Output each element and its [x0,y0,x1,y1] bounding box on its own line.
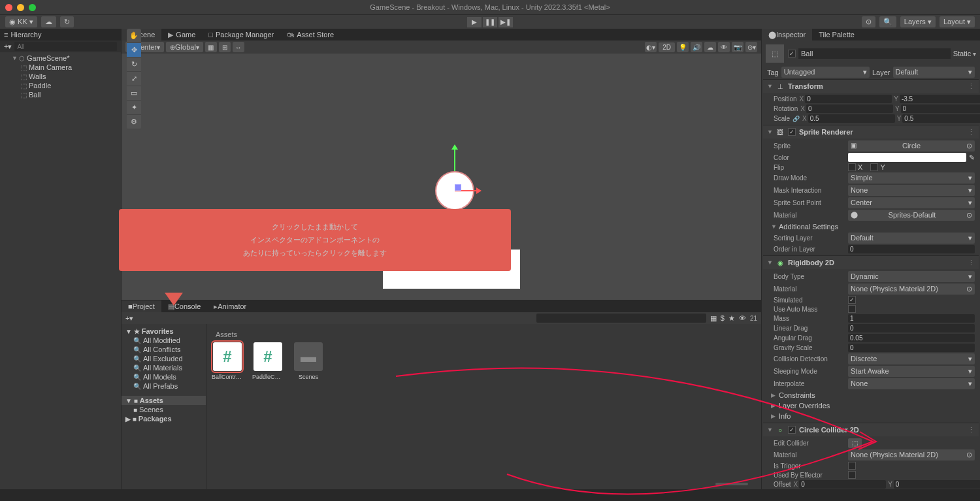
assets-folder[interactable]: ▼ ■ Assets [122,396,206,405]
edit-collider-button[interactable]: ⬚ [848,438,862,448]
history-button[interactable]: ↻ [60,16,74,27]
hierarchy-item[interactable]: ⬚Paddle [0,81,121,90]
move-tool-icon[interactable]: ✥ [127,43,141,57]
component-menu-icon[interactable]: ⋮ [968,82,975,91]
audio-icon[interactable]: 🔊 [691,42,702,52]
order-input[interactable] [848,245,975,253]
pause-button[interactable]: ❚❚ [483,17,497,27]
transform-tool-icon[interactable]: ✦ [127,101,141,115]
custom-tool-icon[interactable]: ⚙ [127,115,141,129]
project-grid[interactable]: Assets # BallControl... # PaddleCon... ▬ [206,324,761,489]
gravity-input[interactable] [848,344,975,352]
auto-mass-checkbox[interactable] [848,305,856,313]
rect-tool-icon[interactable]: ▭ [127,86,141,101]
search-button[interactable]: 🔍 [879,16,896,27]
snap-icon[interactable]: ⊞ [219,42,231,52]
asset-folder[interactable]: ▬ Scenes [293,342,324,380]
gameobject-name-input[interactable] [798,48,951,59]
rotate-tool-icon[interactable]: ↻ [127,57,141,72]
hierarchy-item[interactable]: ⬚Walls [0,72,121,81]
favorite-item[interactable]: 🔍 All Materials [122,363,206,372]
maximize-window-icon[interactable] [29,4,36,11]
snap-settings-icon[interactable]: ↔ [233,42,244,52]
info-foldout[interactable]: ▶Info [767,411,975,421]
shade-icon[interactable]: ◐▾ [645,42,657,52]
effector-checkbox[interactable] [848,471,856,479]
global-button[interactable]: ⊕Global▾ [166,42,203,52]
hierarchy-item[interactable]: ⬚Main Camera [0,63,121,72]
y-axis-gizmo[interactable] [454,145,455,171]
account-button[interactable]: ◉ KK ▾ [5,16,37,27]
filter-icon[interactable]: ▦ [710,314,717,323]
eyedropper-icon[interactable]: ✎ [969,154,975,162]
sorting-layer-dropdown[interactable]: Default▾ [848,233,975,244]
project-search-input[interactable] [536,314,706,323]
position-y-input[interactable] [900,95,980,103]
hidden-icon[interactable]: 👁 [718,42,730,52]
asset-script[interactable]: # PaddleCon... [252,342,284,380]
position-x-input[interactable] [805,95,892,103]
asset-script[interactable]: # BallControl... [212,342,243,380]
angular-drag-input[interactable] [848,334,975,342]
layout-dropdown[interactable]: Layout ▾ [939,16,975,27]
interpolate-dropdown[interactable]: None▾ [848,378,975,389]
xy-plane-gizmo[interactable] [455,184,461,191]
link-icon[interactable]: 🔗 [792,116,800,122]
sort-point-dropdown[interactable]: Center▾ [848,197,975,208]
scale-x-input[interactable] [808,114,895,123]
animator-tab[interactable]: ▸ Animator [207,300,253,312]
packages-folder[interactable]: ▶ ■ Packages [122,414,206,423]
game-tab[interactable]: ▶ Game [161,29,202,40]
add-asset-icon[interactable]: +▾ [125,314,133,323]
collider-material-field[interactable]: None (Physics Material 2D)⊙ [848,449,975,461]
favorite-item[interactable]: 🔍 All Prefabs [122,381,206,391]
camera-icon[interactable]: 📷 [732,42,743,52]
cloud-button[interactable]: ☁ [41,16,56,27]
body-type-dropdown[interactable]: Dynamic▾ [848,271,975,282]
component-menu-icon[interactable]: ⋮ [968,259,975,267]
physics-material-field[interactable]: None (Physics Material 2D)⊙ [848,283,975,295]
favorite-icon[interactable]: ★ [728,314,735,323]
mode-2d-button[interactable]: 2D [659,42,675,52]
layer-dropdown[interactable]: Default▾ [893,67,975,78]
layers-dropdown[interactable]: Layers ▾ [900,16,936,27]
grid-size-slider[interactable] [715,483,748,485]
scale-tool-icon[interactable]: ⤢ [127,72,141,86]
light-icon[interactable]: 💡 [677,42,689,52]
play-button[interactable]: ▶ [467,17,482,27]
undo-history-button[interactable]: ⊙ [862,16,875,27]
sprite-field[interactable]: ▣Circle⊙ [848,140,975,152]
hierarchy-search-input[interactable] [14,42,117,51]
favorite-item[interactable]: 🔍 All Conflicts [122,345,206,354]
component-menu-icon[interactable]: ⋮ [968,426,975,434]
favorite-item[interactable]: 🔍 All Modified [122,336,206,345]
scene-row[interactable]: ▼⬡GameScene* [0,54,121,63]
close-window-icon[interactable] [5,4,12,11]
favorite-item[interactable]: 🔍 All Excluded [122,354,206,363]
add-icon[interactable]: +▾ [4,42,12,51]
active-checkbox[interactable] [788,50,796,57]
rotation-x-input[interactable] [806,105,893,113]
asset-store-tab[interactable]: 🛍 Asset Store [280,29,340,40]
hierarchy-item[interactable]: ⬚Ball [0,90,121,99]
step-button[interactable]: ▶❚ [498,17,513,27]
static-dropdown[interactable]: Static ▾ [953,50,976,57]
layer-overrides-foldout[interactable]: ▶Layer Overrides [767,400,975,411]
draw-mode-dropdown[interactable]: Simple▾ [848,172,975,184]
enable-checkbox[interactable] [788,426,796,434]
scale-y-input[interactable] [902,114,980,123]
minimize-window-icon[interactable] [17,4,24,11]
offset-x-input[interactable] [799,480,886,489]
hierarchy-tab[interactable]: ≡ Hierarchy [0,29,121,40]
grid-icon[interactable]: ▦ [205,42,217,52]
mask-dropdown[interactable]: None▾ [848,185,975,196]
sleeping-dropdown[interactable]: Start Awake▾ [848,366,975,377]
favorites-header[interactable]: ▼ ★ Favorites [122,327,206,336]
hand-tool-icon[interactable]: ✋ [127,29,141,43]
save-filter-icon[interactable]: $ [721,314,725,322]
favorite-item[interactable]: 🔍 All Models [122,372,206,381]
gameobject-icon[interactable]: ⬚ [766,44,784,63]
offset-y-input[interactable] [894,480,980,489]
flip-x-checkbox[interactable] [848,163,856,171]
hidden-packages-icon[interactable]: 👁 [739,314,746,322]
